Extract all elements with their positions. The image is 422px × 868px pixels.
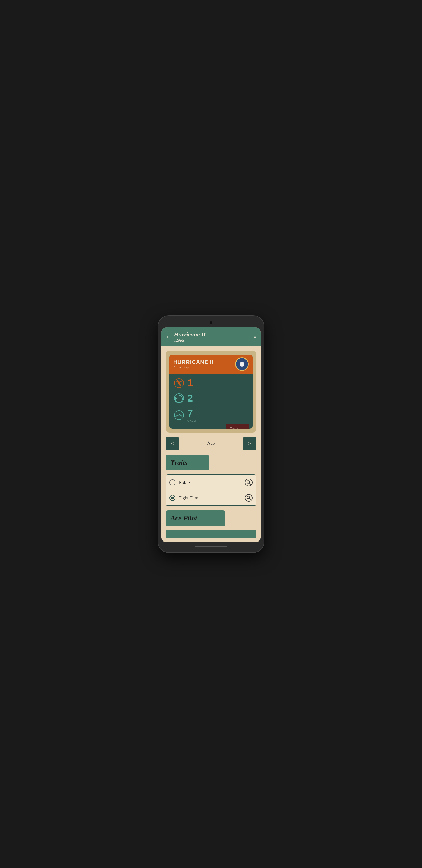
speed-icon: [173, 409, 185, 421]
trait-radio-tight-turn[interactable]: [169, 495, 175, 501]
card-title-block: HURRICANE II Aircraft type: [173, 359, 214, 369]
next-button[interactable]: >: [243, 437, 256, 451]
trait-list: Robust Tight Turn: [166, 474, 256, 506]
traits-section-title: Traits: [171, 459, 188, 466]
svg-line-7: [249, 483, 251, 484]
header-title-group: Hurricane II 129pts: [171, 331, 254, 343]
roundel: [235, 358, 249, 371]
roundel-inner: [239, 361, 245, 367]
trait-search-tight-turn[interactable]: [245, 494, 253, 502]
traits-label: Traits:: [230, 426, 245, 429]
card-aircraft-name: HURRICANE II: [173, 359, 214, 365]
svg-marker-2: [175, 397, 177, 400]
menu-icon[interactable]: ≡: [254, 334, 256, 339]
maneuver-icon: [173, 393, 185, 404]
maneuver-stat-row: 2: [173, 393, 249, 404]
trait-name-robust: Robust: [179, 480, 192, 485]
trait-left-tight-turn: Tight Turn: [169, 495, 198, 501]
card-stats: 1 2: [169, 374, 253, 429]
ace-pilot-title: Ace Pilot: [171, 514, 197, 522]
list-item: Robust: [166, 475, 256, 490]
svg-line-9: [249, 498, 251, 500]
ace-pilot-section-header: Ace Pilot: [166, 510, 225, 526]
phone-screen: ← Hurricane II 129pts ≡ HURRICANE II Air…: [161, 327, 261, 542]
attack-stat-row: 1: [173, 377, 249, 389]
search-icon: [247, 496, 251, 500]
trait-search-robust[interactable]: [245, 478, 253, 486]
aircraft-card: HURRICANE II Aircraft type: [169, 354, 253, 429]
radio-dot: [171, 497, 174, 499]
header: ← Hurricane II 129pts ≡: [161, 327, 261, 346]
back-button[interactable]: ←: [166, 334, 171, 340]
card-traits-overlay: Traits: Robust Tight Turn: [226, 424, 249, 429]
points-value: 129pts: [174, 338, 254, 343]
list-item: Tight Turn: [166, 490, 256, 505]
attack-icon: [173, 377, 185, 389]
search-icon: [247, 480, 251, 485]
prev-button[interactable]: <: [166, 437, 179, 451]
home-bar: [195, 546, 227, 547]
svg-point-5: [178, 414, 179, 416]
current-nav-label: Ace: [207, 441, 215, 446]
trait-name-tight-turn: Tight Turn: [179, 495, 198, 501]
camera: [209, 321, 213, 324]
trait-radio-robust[interactable]: [169, 479, 175, 486]
card-aircraft-type: Aircraft type: [173, 365, 214, 369]
nav-row: < Ace >: [166, 437, 256, 451]
aircraft-card-wrapper: HURRICANE II Aircraft type: [166, 351, 256, 433]
main-content: HURRICANE II Aircraft type: [161, 346, 261, 542]
speed-label: 342mph: [187, 420, 196, 423]
speed-stat-row: 7 342mph: [173, 408, 249, 423]
aircraft-name: Hurricane II: [174, 331, 254, 338]
trait-left-robust: Robust: [169, 479, 192, 486]
attack-value: 1: [187, 377, 193, 389]
traits-section-header: Traits: [166, 455, 209, 470]
maneuver-value: 2: [187, 393, 193, 404]
bottom-section-stub: [166, 530, 256, 538]
speed-row-wrapper: 7 342mph Traits: Robust Tight Turn: [173, 408, 249, 423]
phone-shell: ← Hurricane II 129pts ≡ HURRICANE II Air…: [158, 316, 264, 552]
card-header-bar: HURRICANE II Aircraft type: [169, 354, 253, 374]
speed-value: 7: [187, 408, 193, 419]
